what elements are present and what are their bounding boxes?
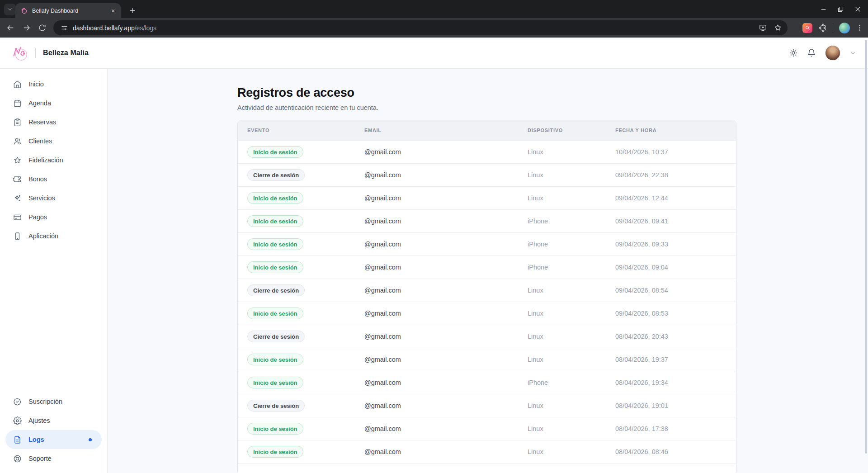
sidebar-item-aplicacion[interactable]: Aplicación — [5, 227, 102, 246]
browser-profile-avatar[interactable] — [839, 23, 850, 33]
sidebar-item-label: Ajustes — [28, 417, 50, 424]
event-badge: Cierre de sesión — [247, 400, 305, 412]
device-cell: Linux — [528, 402, 615, 409]
file-text-icon — [13, 435, 22, 444]
sidebar-item-clientes[interactable]: Clientes — [5, 132, 102, 151]
device-cell: Linux — [528, 171, 615, 179]
tab-title: Bellafy Dashboard — [32, 8, 109, 14]
sidebar-item-label: Servicios — [28, 194, 55, 202]
browser-menu-icon[interactable] — [856, 24, 863, 32]
bell-icon — [807, 48, 816, 57]
browser-tab[interactable]: Bellafy Dashboard × — [15, 3, 121, 18]
sidebar-item-fidelizacion[interactable]: Fidelización — [5, 151, 102, 170]
search-extension-icon[interactable] — [802, 23, 812, 33]
column-header-evento: EVENTO — [247, 128, 364, 133]
business-name: Belleza Malia — [43, 49, 89, 57]
device-cell: Linux — [528, 356, 615, 363]
email-cell: @gmail.com — [364, 287, 528, 294]
datetime-cell: 09/04/2026, 22:38 — [615, 171, 726, 179]
sidebar-item-bonos[interactable]: Bonos — [5, 170, 102, 189]
toolbar-extensions — [802, 21, 863, 34]
toolbar-separator — [833, 24, 833, 32]
back-button[interactable] — [4, 21, 17, 34]
badge-check-icon — [13, 397, 22, 406]
table-row: Inicio de sesión @gmail.com Linux 10/04/… — [238, 140, 736, 163]
site-settings-icon[interactable] — [61, 24, 68, 32]
arrow-right-icon — [23, 24, 31, 32]
tab-close-button[interactable]: × — [109, 7, 117, 15]
table-row: Inicio de sesión @gmail.com iPhone 08/04… — [238, 371, 736, 394]
reload-button[interactable] — [36, 21, 49, 34]
notifications-button[interactable] — [807, 48, 816, 57]
clipboard-icon — [13, 118, 22, 127]
datetime-cell: 09/04/2026, 09:04 — [615, 264, 726, 271]
install-app-icon[interactable] — [759, 24, 767, 32]
email-cell: @gmail.com — [364, 171, 528, 179]
minimize-icon — [820, 6, 827, 13]
sidebar-item-servicios[interactable]: Servicios — [5, 189, 102, 208]
credit-card-icon — [13, 213, 22, 222]
sidebar-item-label: Soporte — [28, 455, 52, 462]
device-cell: iPhone — [528, 379, 615, 386]
chevron-down-icon — [7, 6, 13, 13]
restore-button[interactable] — [835, 4, 845, 14]
datetime-cell: 08/04/2026, 17:38 — [615, 425, 726, 432]
sidebar-item-logs[interactable]: Logs — [5, 430, 102, 449]
url-bar[interactable]: dashboard.bellafy.app/es/logs — [53, 20, 788, 35]
datetime-cell: 09/04/2026, 08:53 — [615, 310, 726, 317]
sidebar-item-inicio[interactable]: Inicio — [5, 75, 102, 94]
sidebar-item-reservas[interactable]: Reservas — [5, 113, 102, 132]
table-row: Inicio de sesión @gmail.com Linux 08/04/… — [238, 417, 736, 440]
restore-icon — [837, 6, 844, 13]
table-body: Inicio de sesión @gmail.com Linux 10/04/… — [238, 140, 736, 463]
table-row: Inicio de sesión @gmail.com Linux 09/04/… — [238, 186, 736, 209]
lifebuoy-icon — [13, 454, 22, 463]
email-cell: @gmail.com — [364, 264, 528, 271]
table-row: Cierre de sesión @gmail.com Linux 09/04/… — [238, 163, 736, 186]
reload-icon — [38, 24, 46, 32]
device-cell: iPhone — [528, 264, 615, 271]
plus-icon — [129, 7, 136, 14]
device-cell: Linux — [528, 194, 615, 202]
page-scrollbar-thumb[interactable] — [865, 40, 867, 454]
email-cell: @gmail.com — [364, 241, 528, 248]
partial-row — [238, 463, 736, 473]
sidebar-item-suscripcion[interactable]: Suscripción — [5, 392, 102, 411]
email-cell: @gmail.com — [364, 148, 528, 156]
event-badge: Inicio de sesión — [247, 238, 303, 250]
device-cell: Linux — [528, 448, 615, 455]
email-cell: @gmail.com — [364, 310, 528, 317]
email-cell: @gmail.com — [364, 425, 528, 432]
email-cell: @gmail.com — [364, 402, 528, 409]
profile-menu-button[interactable] — [849, 50, 856, 57]
minimize-button[interactable] — [818, 4, 828, 14]
sidebar-item-pagos[interactable]: Pagos — [5, 208, 102, 227]
sun-icon — [789, 48, 798, 57]
datetime-cell: 08/04/2026, 19:01 — [615, 402, 726, 409]
column-header-dispositivo: DISPOSITIVO — [528, 128, 615, 133]
sidebar-item-agenda[interactable]: Agenda — [5, 94, 102, 113]
home-icon — [13, 80, 22, 89]
device-cell: Linux — [528, 287, 615, 294]
user-avatar[interactable] — [825, 45, 840, 61]
forward-button[interactable] — [20, 21, 33, 34]
brand-logo-icon[interactable] — [11, 44, 28, 61]
event-badge: Cierre de sesión — [247, 169, 305, 181]
url-text[interactable]: dashboard.bellafy.app/es/logs — [73, 24, 156, 32]
email-cell: @gmail.com — [364, 356, 528, 363]
theme-toggle-button[interactable] — [789, 48, 798, 57]
table-row: Inicio de sesión @gmail.com Linux 09/04/… — [238, 302, 736, 325]
event-badge: Inicio de sesión — [247, 261, 303, 273]
bookmark-star-icon[interactable] — [774, 24, 782, 32]
sidebar-item-label: Reservas — [28, 118, 56, 126]
tab-search-button[interactable] — [4, 4, 16, 15]
extensions-puzzle-icon[interactable] — [818, 24, 827, 32]
sidebar-item-soporte[interactable]: Soporte — [5, 449, 102, 468]
new-tab-button[interactable] — [127, 5, 138, 16]
sparkles-icon — [13, 194, 22, 203]
sidebar-item-label: Agenda — [28, 99, 51, 107]
datetime-cell: 08/04/2026, 19:34 — [615, 379, 726, 386]
close-window-button[interactable] — [853, 4, 863, 14]
datetime-cell: 09/04/2026, 09:33 — [615, 241, 726, 248]
sidebar-item-ajustes[interactable]: Ajustes — [5, 411, 102, 430]
